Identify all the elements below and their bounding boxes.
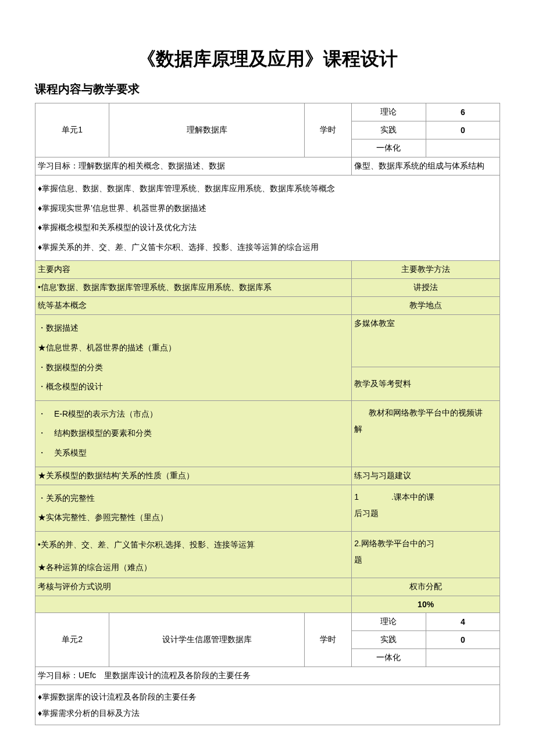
unit1-obj1: ♦掌握信息、数据、数据库、数据库管理系统、数据库应用系统、数据库系统等概念 <box>38 179 497 199</box>
unit1-practice-label: 实践 <box>352 121 426 139</box>
place-label: 教学地点 <box>352 297 500 315</box>
content-block1-a: •信息'数据、数据库'数据库管理系统、数据库应用系统、数据库系 <box>35 279 352 297</box>
exercise2: 2.网络教学平台中的习 题 <box>352 531 500 578</box>
unit2-obj1: ♦掌握数据库的设计流程及各阶段的主要任务 <box>38 689 497 705</box>
content-block6-b: ★各种运算的综合运用（难点） <box>38 558 349 578</box>
place-val: 多媒体教室 <box>352 315 500 367</box>
exercise2-a: 2.网络教学平台中的习 <box>354 535 497 551</box>
unit1-practice-val: 0 <box>426 121 500 139</box>
unit1-goal-right: 像型、数据库系统的组成与体系结构 <box>352 157 500 175</box>
exercise1-b: 后习题 <box>354 505 497 521</box>
content-block5: ・关系的完整性 ★实体完整性、参照完整性（里点） <box>35 485 352 531</box>
unit1-name: 理解数据库 <box>109 103 305 157</box>
content-block5-b: ★实体完整性、参照完整性（里点） <box>38 508 349 528</box>
content-block2: ・数据描述 ★信息世界、机器世界的描述（重点） ・数据模型的分类 ・概念模型的设… <box>35 315 352 400</box>
assess-label: 考核与评价方式说明 <box>35 578 352 596</box>
materials-label: 教学及等考熨料 <box>352 367 500 400</box>
unit2-integrated-val <box>426 648 500 667</box>
content-block3-c: ・ 关系模型 <box>38 443 349 463</box>
unit1-integrated-val <box>426 139 500 157</box>
content-block3-b: ・ 结构数据模型的要素和分类 <box>38 424 349 443</box>
materials-val-b: 解 <box>354 421 497 437</box>
unit1-obj3: ♦掌握概念模型和关系模型的设计及优化方法 <box>38 218 497 238</box>
main-method-label: 主要教学方法 <box>352 261 500 279</box>
exercise-label: 练习与习题建议 <box>352 467 500 485</box>
exercise1: 1 .课本中的课 后习题 <box>352 485 500 531</box>
unit2-label: 单元2 <box>35 612 109 667</box>
content-block4: ★关系模型的数据结构'关系的性质（重点） <box>35 467 352 485</box>
method-lecture: 讲授法 <box>352 279 500 297</box>
unit2-practice-label: 实践 <box>352 630 426 648</box>
unit2-integrated-label: 一体化 <box>352 648 426 667</box>
unit1-label: 单元1 <box>35 103 109 157</box>
content-block3-a: ・ E-R模型的表示方法（市点） <box>38 404 349 424</box>
unit2-objectives: ♦掌握数据库的设计流程及各阶段的主要任务 ♦掌握需求分析的目标及方法 <box>35 685 500 725</box>
unit2-header-row: 单元2 设计学生信愿管理数据库 学时 理论 4 <box>35 612 500 630</box>
materials-val: 教材和网络教学平台中的视频讲 解 <box>352 400 500 467</box>
unit1-theory-label: 理论 <box>352 103 426 121</box>
unit2-practice-val: 0 <box>426 630 500 648</box>
page-title: 《数据库原理及应用》课程设计 <box>35 46 500 72</box>
content-block2-b: ★信息世界、机器世界的描述（重点） <box>38 338 349 358</box>
assess-blank <box>35 596 352 612</box>
unit2-theory-label: 理论 <box>352 612 426 630</box>
unit1-obj4: ♦掌握关系的并、交、差、广义笛卡尔积、选择、投影、连接等运算的综合运用 <box>38 238 497 257</box>
unit2-goal: 学习目标：UEfc 里数据库设计的流程及各阶段的主要任务 <box>35 667 500 685</box>
unit1-hours-label: 学时 <box>305 103 352 157</box>
main-content-label: 主要内容 <box>35 261 352 279</box>
unit2-obj2: ♦掌握需求分析的目标及方法 <box>38 705 497 721</box>
content-block2-a: ・数据描述 <box>38 318 349 338</box>
content-block6-a: •关系的并、交、差、广义笛卡尔积,选择、投影、连接等运算 <box>38 535 349 555</box>
course-table: 单元1 理解数据库 学时 理论 6 实践 0 一体化 学习目标：理解数据库的相关… <box>35 103 500 725</box>
unit2-hours-label: 学时 <box>305 612 352 667</box>
content-block2-d: ・概念模型的设计 <box>38 377 349 397</box>
unit1-objectives: ♦掌握信息、数据、数据库、数据库管理系统、数据库应用系统、数据库系统等概念 ♦掌… <box>35 175 500 261</box>
content-block1-b: 统等基本概念 <box>35 297 352 315</box>
weight-val: 10% <box>352 596 500 612</box>
unit1-theory-val: 6 <box>426 103 500 121</box>
content-block2-c: ・数据模型的分类 <box>38 358 349 378</box>
exercise1-a: 1 .课本中的课 <box>354 489 497 505</box>
content-block5-a: ・关系的完整性 <box>38 489 349 508</box>
unit2-name: 设计学生信愿管理数据库 <box>109 612 305 667</box>
materials-val-a: 教材和网络教学平台中的视频讲 <box>354 404 497 421</box>
unit2-theory-val: 4 <box>426 612 500 630</box>
unit1-obj2: ♦掌握现实世界'信息世界、机器世界的数据描述 <box>38 199 497 218</box>
weight-label: 权市分配 <box>352 578 500 596</box>
section-subtitle: 课程内容与教学要求 <box>35 81 500 97</box>
content-block6: •关系的并、交、差、广义笛卡尔积,选择、投影、连接等运算 ★各种运算的综合运用（… <box>35 531 352 578</box>
unit1-header-row: 单元1 理解数据库 学时 理论 6 <box>35 103 500 121</box>
unit1-goal-left: 学习目标：理解数据库的相关概念、数据描述、数据 <box>35 157 352 175</box>
exercise2-b: 题 <box>354 551 497 568</box>
unit1-integrated-label: 一体化 <box>352 139 426 157</box>
content-block3: ・ E-R模型的表示方法（市点） ・ 结构数据模型的要素和分类 ・ 关系模型 <box>35 400 352 467</box>
